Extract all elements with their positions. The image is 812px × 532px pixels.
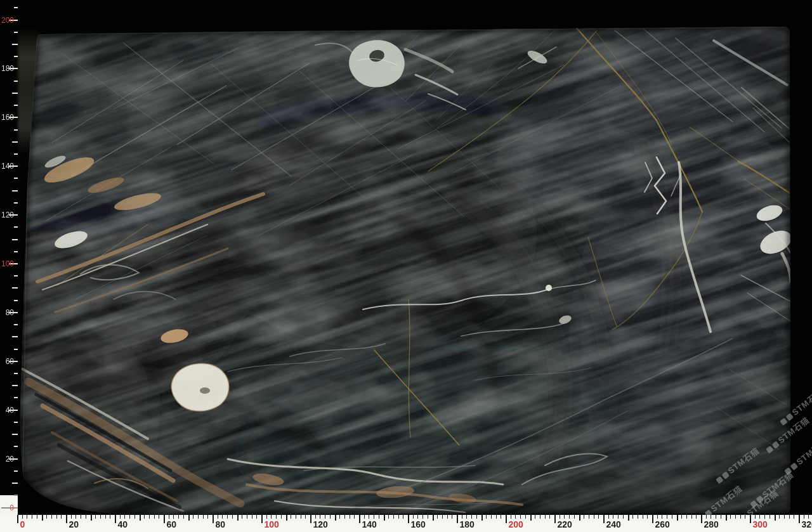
ruler-tick bbox=[750, 515, 751, 523]
ruler-tick bbox=[638, 515, 638, 519]
ruler-tick bbox=[481, 515, 483, 521]
ruler-label: 220 bbox=[558, 520, 572, 529]
ruler-tick bbox=[100, 515, 101, 519]
ruler-tick bbox=[173, 515, 174, 519]
ruler-tick bbox=[37, 515, 37, 519]
ruler-tick bbox=[594, 515, 594, 519]
ruler-tick bbox=[154, 515, 155, 519]
ruler-tick bbox=[384, 515, 385, 521]
ruler-tick bbox=[14, 324, 18, 325]
ruler-label: 120 bbox=[0, 211, 14, 219]
ruler-tick bbox=[501, 515, 501, 519]
ruler-tick bbox=[789, 515, 790, 519]
ruler-tick bbox=[291, 515, 291, 519]
ruler-tick bbox=[14, 7, 18, 8]
ruler-tick bbox=[779, 515, 780, 519]
ruler-tick bbox=[730, 515, 731, 519]
ruler-tick bbox=[32, 515, 32, 519]
slab-image[interactable] bbox=[17, 25, 792, 515]
ruler-tick bbox=[281, 515, 282, 519]
ruler-tick bbox=[91, 515, 92, 521]
vertical-ruler: 200180160140120100806040200 bbox=[0, 0, 18, 532]
ruler-tick bbox=[95, 515, 96, 519]
ruler-tick bbox=[14, 300, 18, 301]
ruler-tick bbox=[105, 515, 106, 519]
ruler-tick bbox=[213, 515, 214, 523]
ruler-label: 140 bbox=[362, 520, 377, 529]
ruler-tick bbox=[193, 515, 193, 519]
ruler-tick bbox=[75, 515, 76, 519]
ruler-tick bbox=[808, 515, 809, 519]
ruler-tick bbox=[691, 515, 692, 519]
ruler-tick bbox=[169, 515, 169, 519]
ruler-tick bbox=[706, 515, 707, 519]
ruler-tick bbox=[71, 515, 72, 519]
ruler-tick bbox=[530, 515, 532, 521]
ruler-tick bbox=[579, 515, 580, 521]
ruler-label: 240 bbox=[606, 520, 621, 529]
ruler-tick bbox=[183, 515, 184, 519]
ruler-tick bbox=[134, 515, 135, 519]
ruler-tick bbox=[540, 515, 540, 519]
ruler-label: 160 bbox=[0, 113, 14, 122]
ruler-tick bbox=[247, 515, 247, 519]
ruler-tick bbox=[784, 515, 785, 519]
slab-scan-viewport: STM石猫STM石猫STM石猫STM石猫STM石猫STM石猫STM石猫 2001… bbox=[0, 0, 812, 532]
ruler-label: 80 bbox=[0, 308, 14, 317]
ruler-tick bbox=[745, 515, 745, 519]
ruler-tick bbox=[491, 515, 492, 519]
ruler-tick bbox=[344, 515, 345, 519]
ruler-tick bbox=[354, 515, 355, 519]
ruler-tick bbox=[256, 515, 257, 519]
ruler-tick bbox=[86, 515, 86, 519]
ruler-tick bbox=[144, 515, 145, 519]
ruler-tick bbox=[608, 515, 609, 519]
ruler-label: 20 bbox=[0, 455, 14, 464]
ruler-tick bbox=[359, 515, 360, 523]
ruler-tick bbox=[14, 275, 18, 276]
ruler-tick bbox=[286, 515, 287, 521]
ruler-label: 200 bbox=[0, 16, 14, 25]
ruler-label: 60 bbox=[167, 520, 177, 529]
ruler-tick bbox=[14, 105, 18, 106]
ruler-tick bbox=[535, 515, 535, 519]
ruler-tick bbox=[564, 515, 565, 519]
ruler-label: 40 bbox=[0, 406, 14, 415]
ruler-tick bbox=[554, 515, 556, 523]
ruler-tick bbox=[56, 515, 57, 519]
ruler-tick bbox=[721, 515, 721, 519]
ruler-label: 180 bbox=[460, 520, 475, 529]
ruler-tick bbox=[428, 515, 428, 519]
ruler-tick bbox=[775, 515, 776, 521]
ruler-tick bbox=[252, 515, 252, 519]
ruler-tick bbox=[525, 515, 526, 519]
ruler-tick bbox=[218, 515, 218, 519]
ruler-tick bbox=[759, 515, 760, 519]
ruler-tick bbox=[511, 515, 511, 519]
ruler-tick bbox=[222, 515, 223, 519]
ruler-label: 100 bbox=[265, 520, 279, 529]
ruler-tick bbox=[716, 515, 716, 519]
ruler-tick bbox=[584, 515, 584, 519]
ruler-tick bbox=[232, 515, 233, 519]
ruler-tick bbox=[549, 515, 550, 519]
ruler-tick bbox=[27, 515, 27, 519]
ruler-tick bbox=[398, 515, 399, 519]
ruler-tick bbox=[330, 515, 331, 519]
ruler-tick bbox=[12, 190, 18, 191]
ruler-label: 0 bbox=[20, 520, 25, 529]
ruler-tick bbox=[305, 515, 306, 519]
ruler-tick bbox=[696, 515, 697, 519]
ruler-tick bbox=[14, 226, 18, 228]
ruler-tick bbox=[12, 141, 18, 143]
ruler-tick bbox=[520, 515, 521, 519]
ruler-tick bbox=[14, 251, 18, 252]
ruler-label: 140 bbox=[0, 162, 14, 171]
ruler-label: 100 bbox=[0, 259, 14, 268]
ruler-tick bbox=[681, 515, 682, 519]
ruler-tick bbox=[417, 515, 418, 519]
ruler-tick bbox=[726, 515, 727, 521]
ruler-tick bbox=[403, 515, 403, 519]
ruler-tick bbox=[457, 515, 458, 523]
ruler-tick bbox=[613, 515, 613, 519]
